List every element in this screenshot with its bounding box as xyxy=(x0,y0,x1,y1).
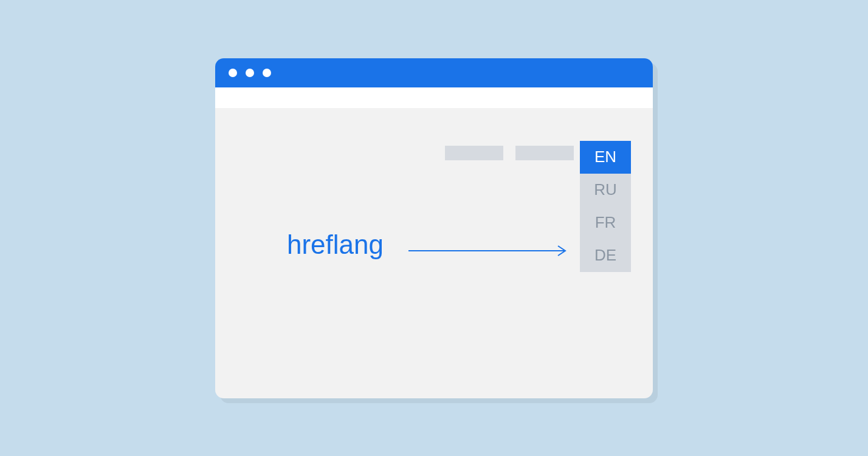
browser-window: EN RU FR DE hreflang xyxy=(215,58,653,398)
page-content: EN RU FR DE hreflang xyxy=(215,108,653,398)
nav-placeholders xyxy=(445,146,574,160)
hreflang-label: hreflang xyxy=(287,230,384,260)
language-option[interactable]: FR xyxy=(580,206,631,239)
language-option[interactable]: DE xyxy=(580,239,631,272)
language-option-selected[interactable]: EN xyxy=(580,141,631,174)
browser-titlebar xyxy=(215,58,653,87)
arrow-icon xyxy=(408,245,571,257)
nav-item-placeholder xyxy=(445,146,503,160)
browser-url-bar xyxy=(215,87,653,108)
language-selector[interactable]: EN RU FR DE xyxy=(580,141,631,272)
window-control-close-icon[interactable] xyxy=(229,69,237,77)
window-control-maximize-icon[interactable] xyxy=(263,69,271,77)
language-option[interactable]: RU xyxy=(580,174,631,206)
nav-item-placeholder xyxy=(515,146,574,160)
window-control-minimize-icon[interactable] xyxy=(246,69,254,77)
